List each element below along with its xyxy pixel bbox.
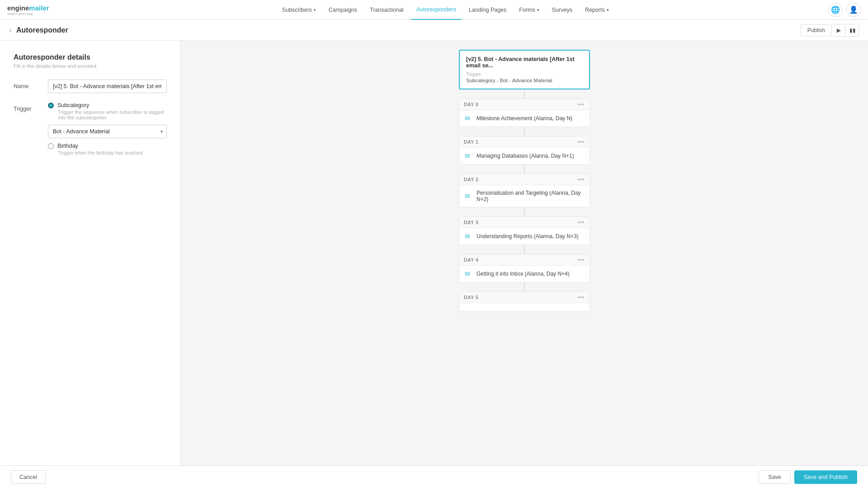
name-input[interactable] (48, 80, 167, 93)
day-block-3: DAY 3 ••• ✉ Understanding Reports (Alann… (459, 216, 590, 245)
email-name-4: Getting it into Inbox (Alanna, Day N+4) (476, 271, 570, 277)
nav-reports[interactable]: Reports ▾ (580, 0, 614, 20)
day-label-5: DAY 5 (464, 295, 478, 300)
ar-card-title: [v2] 5. Bot - Advance materials [After 1… (466, 56, 583, 69)
subcategory-select[interactable]: Bot - Advance Material (48, 125, 167, 138)
main-content: Autoresponder details Fill in the detail… (0, 41, 868, 465)
globe-icon: 🌐 (831, 5, 840, 14)
day-label-3: DAY 3 (464, 220, 478, 225)
day-menu-button-1[interactable]: ••• (576, 139, 585, 145)
day-label-2: DAY 2 (464, 177, 478, 182)
email-icon-1: ✉ (465, 152, 472, 160)
day-block-5: DAY 5 ••• (459, 291, 590, 312)
email-name-3: Understanding Reports (Alanna, Day N+3) (476, 233, 579, 239)
publish-group: Publish ▶ ▮▮ (801, 24, 859, 37)
nav-landing-pages[interactable]: Landing Pages (463, 0, 512, 20)
user-icon-button[interactable]: 👤 (846, 3, 861, 17)
email-icon-3: ✉ (465, 233, 472, 240)
name-label: Name (14, 80, 41, 89)
subcategory-radio-label[interactable]: Subcategory (48, 102, 167, 108)
trigger-row: Trigger Subcategory Trigger the sequence… (14, 102, 167, 155)
nav-links: Subscribers ▾ Campaigns Transactional Au… (63, 0, 828, 20)
nav-autoresponders[interactable]: Autoresponders (411, 0, 462, 20)
panel-subtitle: Fill in the details below and proceed. (14, 63, 167, 69)
navbar: enginemailer read it your way Subscriber… (0, 0, 868, 20)
pause-button[interactable]: ▮▮ (846, 24, 859, 37)
connector-3 (524, 207, 525, 216)
day-block-0: DAY 0 ••• ✉ Milestone Achievement (Alann… (459, 99, 590, 127)
email-icon-2: ✉ (465, 192, 472, 200)
user-icon: 👤 (849, 5, 858, 14)
page-header: ‹ Autoresponder Publish ▶ ▮▮ (0, 20, 868, 41)
email-name-0: Milestone Achievement (Alanna, Day N) (476, 115, 572, 122)
autoresponder-card: [v2] 5. Bot - Advance materials [After 1… (459, 50, 590, 89)
page-title: Autoresponder (16, 26, 68, 34)
connector-5 (524, 282, 525, 291)
nav-subscribers[interactable]: Subscribers ▾ (277, 0, 321, 20)
publish-button[interactable]: Publish (801, 24, 832, 36)
nav-surveys[interactable]: Surveys (547, 0, 578, 20)
back-button[interactable]: ‹ (9, 25, 12, 35)
chevron-down-icon: ▾ (607, 8, 609, 12)
email-name-1: Managing Databases (Alanna, Day N+1) (476, 153, 574, 159)
subcategory-option: Subcategory Trigger the sequence when su… (48, 102, 167, 138)
day-menu-button-0[interactable]: ••• (576, 101, 585, 108)
day-menu-button-3[interactable]: ••• (576, 219, 585, 225)
nav-forms[interactable]: Forms ▾ (514, 0, 544, 20)
birthday-radio[interactable] (48, 143, 54, 149)
left-panel: Autoresponder details Fill in the detail… (0, 41, 181, 465)
logo-engine: engine (7, 4, 29, 12)
connector-1 (524, 127, 525, 136)
day-email-row-2: ✉ Personalisation and Targeting (Alanna,… (459, 185, 590, 207)
connector-4 (524, 245, 525, 254)
birthday-option: Birthday Trigger when the birthday has r… (48, 143, 167, 155)
day-label-4: DAY 4 (464, 257, 478, 263)
day-email-row-0: ✉ Milestone Achievement (Alanna, Day N) (459, 110, 590, 127)
day-menu-button-4[interactable]: ••• (576, 257, 585, 263)
trigger-label: Trigger (14, 102, 41, 112)
chevron-down-icon: ▾ (314, 8, 316, 12)
day-menu-button-2[interactable]: ••• (576, 176, 585, 183)
day-block-2: DAY 2 ••• ✉ Personalisation and Targetin… (459, 174, 590, 207)
day-email-row-1: ✉ Managing Databases (Alanna, Day N+1) (459, 148, 590, 164)
email-icon-0: ✉ (465, 115, 472, 122)
day-email-row-4: ✉ Getting it into Inbox (Alanna, Day N+4… (459, 266, 590, 282)
day-menu-button-5[interactable]: ••• (576, 294, 585, 300)
logo: enginemailer read it your way (7, 4, 49, 16)
day-label-1: DAY 1 (464, 139, 478, 145)
connector-2 (524, 164, 525, 174)
panel-title: Autoresponder details (14, 53, 167, 61)
nav-right: 🌐 👤 (828, 3, 861, 17)
day-block-4: DAY 4 ••• ✉ Getting it into Inbox (Alann… (459, 254, 590, 282)
ar-card-trigger-value: Subcategory - Bot - Advance Material (466, 78, 583, 83)
play-button[interactable]: ▶ (833, 24, 845, 37)
globe-icon-button[interactable]: 🌐 (828, 3, 843, 17)
email-name-2: Personalisation and Targeting (Alanna, D… (476, 190, 584, 202)
nav-campaigns[interactable]: Campaigns (323, 0, 363, 20)
day-label-0: DAY 0 (464, 102, 478, 107)
day-block-1: DAY 1 ••• ✉ Managing Databases (Alanna, … (459, 136, 590, 164)
ar-card-trigger-label: Trigger (466, 71, 583, 77)
subcategory-hint: Trigger the sequence when subscriber is … (48, 109, 167, 120)
chevron-down-icon: ▾ (537, 8, 539, 12)
birthday-radio-label[interactable]: Birthday (48, 143, 167, 149)
day-email-row-3: ✉ Understanding Reports (Alanna, Day N+3… (459, 228, 590, 244)
logo-mailer: mailer (29, 4, 49, 12)
connector-0 (524, 89, 525, 99)
email-icon-4: ✉ (465, 270, 472, 277)
right-panel: [v2] 5. Bot - Advance materials [After 1… (181, 41, 868, 465)
logo-tagline: read it your way (7, 12, 49, 16)
subcategory-select-wrapper: Bot - Advance Material ▾ (48, 125, 167, 138)
subcategory-radio[interactable] (48, 103, 54, 108)
name-row: Name (14, 80, 167, 93)
birthday-hint: Trigger when the birthday has reached (48, 150, 167, 155)
trigger-radio-group: Subcategory Trigger the sequence when su… (48, 102, 167, 155)
nav-transactional[interactable]: Transactional (364, 0, 409, 20)
